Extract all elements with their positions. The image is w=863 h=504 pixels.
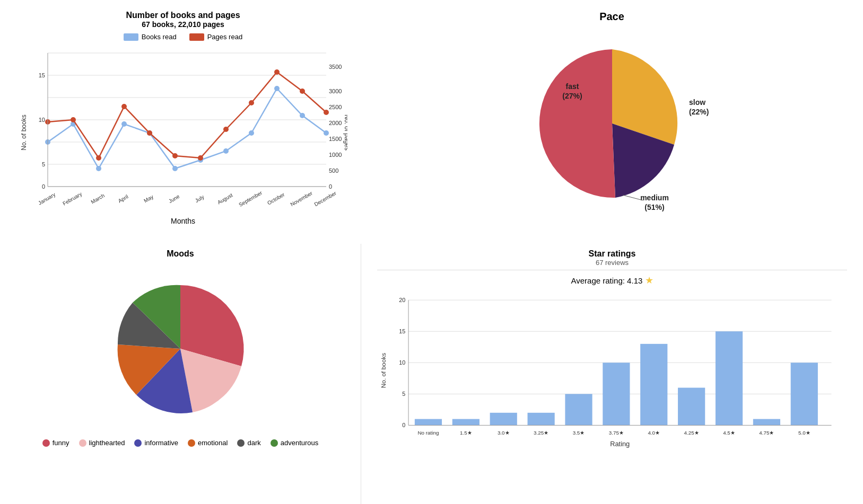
pages-count: , 22,010 pages: [174, 20, 224, 29]
svg-text:March: March: [90, 192, 106, 205]
legend-dark-label: dark: [247, 439, 260, 447]
svg-point-51: [198, 155, 203, 161]
svg-text:500: 500: [329, 167, 338, 174]
pace-pie-svg: fast (27%) slow (22%) medium (51%): [511, 28, 713, 214]
svg-point-36: [121, 121, 127, 127]
svg-point-50: [172, 153, 178, 158]
bar-3-75: [603, 362, 630, 425]
x-axis-label: Months: [11, 217, 355, 225]
bar-4-5: [716, 331, 743, 425]
svg-text:Rating: Rating: [610, 440, 630, 448]
svg-point-54: [274, 69, 280, 75]
svg-point-53: [249, 100, 254, 105]
svg-text:slow: slow: [689, 98, 705, 107]
legend-lighthearted-dot: [79, 439, 86, 447]
svg-text:4.25★: 4.25★: [684, 430, 699, 436]
legend-informative: informative: [134, 439, 178, 447]
svg-text:3.5★: 3.5★: [573, 430, 585, 436]
legend-informative-dot: [134, 439, 142, 447]
svg-text:No. of books: No. of books: [20, 114, 28, 150]
svg-text:(51%): (51%): [644, 203, 664, 211]
legend-lighthearted: lighthearted: [79, 439, 125, 447]
legend-emotional-dot: [188, 439, 195, 447]
svg-point-49: [147, 130, 152, 136]
svg-text:0: 0: [42, 183, 45, 190]
svg-text:4.5★: 4.5★: [723, 430, 735, 436]
svg-text:February: February: [62, 191, 83, 207]
bar-3-0: [490, 413, 517, 426]
svg-text:0: 0: [329, 183, 332, 190]
legend-lighthearted-label: lighthearted: [89, 439, 125, 447]
svg-text:June: June: [168, 193, 181, 205]
svg-text:10: 10: [39, 117, 45, 123]
svg-point-40: [223, 148, 229, 154]
dashboard: Number of books and pages 67 books, 22,0…: [0, 0, 863, 504]
svg-point-44: [324, 130, 329, 136]
books-count: 67 books: [142, 20, 174, 29]
legend-emotional: emotional: [188, 439, 228, 447]
bar-4-75: [753, 419, 780, 426]
line-chart-section: Number of books and pages 67 books, 22,0…: [0, 0, 361, 244]
legend-emotional-label: emotional: [198, 439, 228, 447]
svg-text:2000: 2000: [329, 120, 342, 126]
svg-point-41: [249, 130, 254, 136]
svg-text:January: January: [37, 191, 56, 206]
legend-funny-dot: [42, 439, 50, 447]
legend-funny-label: funny: [53, 439, 69, 447]
legend-informative-label: informative: [144, 439, 178, 447]
svg-text:2500: 2500: [329, 104, 342, 110]
svg-text:4.75★: 4.75★: [759, 430, 774, 436]
moods-pie-container: [90, 264, 271, 434]
line-chart-container: 0 5 10 15 0 500 1000 1500 2000 2500 3000…: [19, 45, 347, 215]
svg-text:July: July: [194, 194, 205, 204]
svg-text:October: October: [266, 191, 286, 206]
svg-text:3.75★: 3.75★: [609, 430, 624, 436]
line-chart-legend: Books read Pages read: [11, 33, 355, 41]
svg-point-46: [71, 117, 76, 122]
legend-dark: dark: [237, 439, 260, 447]
svg-point-47: [96, 155, 101, 161]
moods-legend: funny lighthearted informative emotional…: [42, 439, 319, 447]
bar-chart-svg: 20 15 10 5 0 No. of books No rating 1.5★: [377, 288, 847, 458]
pace-title: Pace: [599, 11, 624, 23]
bar-3-25: [528, 413, 555, 426]
ratings-title: Star ratings: [377, 249, 847, 259]
svg-text:3.25★: 3.25★: [534, 430, 548, 436]
svg-text:August: August: [216, 192, 234, 205]
svg-point-42: [274, 86, 280, 91]
moods-title: Moods: [167, 249, 194, 259]
svg-text:1000: 1000: [329, 152, 342, 158]
line-chart-subtitle: 67 books, 22,010 pages: [11, 20, 355, 29]
legend-pages: Pages read: [189, 33, 243, 41]
bar-3-5: [565, 394, 592, 425]
svg-text:medium: medium: [640, 193, 669, 202]
svg-text:15: 15: [39, 72, 45, 78]
svg-text:3000: 3000: [329, 88, 342, 94]
svg-text:1500: 1500: [329, 136, 342, 142]
bar-chart-container: 20 15 10 5 0 No. of books No rating 1.5★: [377, 288, 847, 458]
svg-text:No. of pages: No. of pages: [343, 114, 347, 151]
svg-text:1.5★: 1.5★: [460, 430, 472, 436]
legend-books: Books read: [124, 33, 177, 41]
svg-text:5: 5: [402, 391, 405, 397]
legend-adventurous-dot: [271, 439, 278, 447]
bar-no-rating: [415, 419, 442, 426]
avg-rating: Average rating: 4.13 ★: [377, 275, 847, 286]
line-chart-title: Number of books and pages: [11, 11, 355, 20]
svg-text:April: April: [117, 193, 129, 204]
pace-pie-container: fast (27%) slow (22%) medium (51%): [511, 28, 713, 214]
svg-text:No. of books: No. of books: [380, 353, 387, 388]
svg-text:December: December: [313, 190, 338, 207]
legend-pages-label: Pages read: [207, 33, 243, 41]
legend-books-color: [124, 33, 138, 41]
svg-text:November: November: [290, 190, 314, 207]
svg-text:5.0★: 5.0★: [798, 430, 810, 436]
svg-point-56: [324, 110, 329, 115]
svg-point-48: [121, 104, 127, 109]
svg-text:20: 20: [399, 297, 405, 303]
svg-text:3.0★: 3.0★: [498, 430, 510, 436]
star-icon: ★: [645, 275, 653, 286]
svg-point-52: [223, 127, 229, 132]
ratings-subtitle: 67 reviews: [377, 259, 847, 267]
legend-funny: funny: [42, 439, 69, 447]
